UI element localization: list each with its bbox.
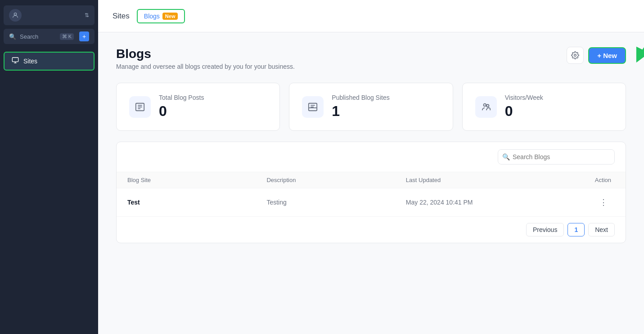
page-title-block: Blogs Manage and oversee all blogs creat… — [116, 47, 295, 70]
gear-icon — [571, 51, 579, 59]
tab-blogs[interactable]: Blogs New — [137, 9, 185, 23]
search-icon: 🔍 — [9, 33, 16, 40]
stat-info-visitors-week: Visitors/Week 0 — [505, 94, 543, 120]
stat-icon-visitors — [475, 96, 497, 118]
svg-point-4 — [574, 54, 576, 57]
user-avatar — [9, 9, 22, 22]
search-wrapper: 🔍 — [498, 149, 615, 165]
main-content: Sites Blogs New Blogs Manage and oversee… — [98, 0, 644, 334]
table-footer: Previous 1 Next — [117, 217, 626, 243]
chevron-updown-icon: ⇅ — [85, 12, 89, 18]
topnav: Sites Blogs New — [98, 0, 644, 32]
cell-action: ⋮ — [545, 196, 615, 209]
col-header-last-updated: Last Updated — [406, 177, 545, 183]
svg-point-14 — [483, 103, 486, 106]
sidebar-plus-button[interactable]: + — [79, 31, 89, 41]
stat-icon-published-sites — [302, 96, 324, 118]
sidebar-nav: Sites — [0, 46, 98, 330]
table-row: Test Testing May 22, 2024 10:41 PM ⋮ — [117, 188, 626, 217]
search-shortcut: ⌘ K — [60, 33, 74, 40]
svg-point-15 — [486, 104, 489, 107]
row-action-menu-button[interactable]: ⋮ — [596, 196, 611, 209]
stat-value-total-blog-posts: 0 — [159, 103, 204, 120]
stat-label-visitors-week: Visitors/Week — [505, 94, 543, 101]
stat-value-published-blog-sites: 1 — [332, 103, 389, 120]
table-header: Blog Site Description Last Updated Actio… — [117, 172, 626, 188]
cell-description: Testing — [266, 199, 405, 206]
new-button[interactable]: + New — [588, 47, 626, 64]
stat-label-total-blog-posts: Total Blog Posts — [159, 94, 204, 101]
tab-blogs-label: Blogs — [144, 13, 160, 20]
arrow-indicator-icon — [630, 34, 644, 65]
header-actions: + New — [567, 47, 626, 64]
search-icon: 🔍 — [502, 153, 510, 160]
page-header: Blogs Manage and oversee all blogs creat… — [116, 47, 626, 70]
previous-page-button[interactable]: Previous — [526, 223, 564, 236]
stat-card-visitors-week: Visitors/Week 0 — [462, 83, 626, 131]
col-header-description: Description — [266, 177, 405, 183]
page-title: Blogs — [116, 47, 295, 61]
cell-last-updated: May 22, 2024 10:41 PM — [406, 199, 545, 206]
table-card: 🔍 Blog Site Description Last Updated Act… — [116, 142, 626, 243]
svg-point-0 — [14, 13, 16, 15]
col-header-blog-site: Blog Site — [127, 177, 266, 183]
stat-icon-blog-posts — [129, 96, 151, 118]
sidebar-item-label-sites: Sites — [23, 58, 37, 65]
page-1-button[interactable]: 1 — [567, 223, 585, 236]
sidebar-user[interactable]: ⇅ — [4, 5, 95, 25]
stats-row: Total Blog Posts 0 Published Blog Sites … — [116, 83, 626, 131]
new-badge: New — [162, 13, 178, 20]
stat-label-published-blog-sites: Published Blog Sites — [332, 94, 389, 101]
svg-rect-1 — [12, 58, 18, 62]
stat-card-published-blog-sites: Published Blog Sites 1 — [289, 83, 453, 131]
page-content: Blogs Manage and oversee all blogs creat… — [98, 32, 644, 334]
table-toolbar: 🔍 — [117, 142, 626, 172]
col-header-action: Action — [545, 177, 615, 183]
sites-icon — [12, 57, 19, 66]
sidebar-user-left — [9, 9, 22, 22]
breadcrumb: Sites — [113, 12, 130, 21]
cell-blog-site: Test — [127, 199, 266, 206]
stat-value-visitors-week: 0 — [505, 103, 543, 120]
stat-info-published-blog-sites: Published Blog Sites 1 — [332, 94, 389, 120]
search-input[interactable] — [498, 149, 615, 165]
page-subtitle: Manage and oversee all blogs created by … — [116, 63, 295, 70]
stat-info-total-blog-posts: Total Blog Posts 0 — [159, 94, 204, 120]
sidebar-search[interactable]: 🔍 Search ⌘ K + — [4, 29, 95, 44]
settings-button[interactable] — [567, 47, 584, 64]
stat-card-total-blog-posts: Total Blog Posts 0 — [116, 83, 280, 131]
sidebar-item-sites[interactable]: Sites — [4, 52, 95, 71]
search-label: Search — [20, 33, 38, 40]
next-page-button[interactable]: Next — [588, 223, 615, 236]
sidebar: ⇅ 🔍 Search ⌘ K + Sites — [0, 0, 98, 334]
